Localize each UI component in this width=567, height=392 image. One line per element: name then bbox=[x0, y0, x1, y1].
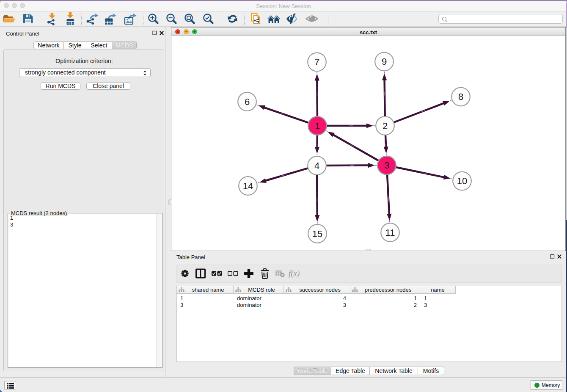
svg-text:9: 9 bbox=[382, 56, 387, 67]
svg-text:2: 2 bbox=[383, 121, 388, 131]
svg-text:6: 6 bbox=[245, 97, 250, 107]
svg-text:1: 1 bbox=[315, 121, 320, 131]
svg-text:10: 10 bbox=[457, 176, 467, 186]
svg-text:14: 14 bbox=[243, 181, 253, 191]
svg-text:15: 15 bbox=[312, 229, 322, 239]
svg-text:11: 11 bbox=[385, 227, 395, 238]
svg-text:8: 8 bbox=[458, 91, 463, 102]
svg-text:3: 3 bbox=[384, 160, 389, 171]
svg-text:4: 4 bbox=[314, 160, 319, 171]
svg-text:7: 7 bbox=[314, 57, 319, 67]
